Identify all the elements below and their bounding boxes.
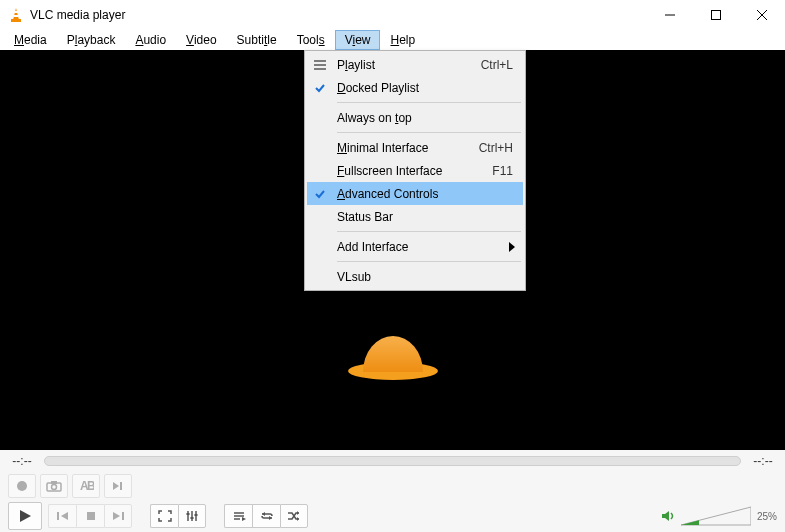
menu-media[interactable]: Media	[4, 30, 57, 50]
svg-marker-18	[113, 482, 119, 490]
extended-settings-button[interactable]	[178, 504, 206, 528]
svg-marker-35	[242, 517, 246, 521]
separator	[337, 261, 521, 262]
svg-rect-2	[14, 11, 18, 13]
menu-playlist[interactable]: Playlist Ctrl+L	[307, 53, 523, 76]
shuffle-button[interactable]	[280, 504, 308, 528]
menu-always-on-top[interactable]: Always on top	[307, 106, 523, 129]
menu-minimal-interface[interactable]: Minimal Interface Ctrl+H	[307, 136, 523, 159]
svg-rect-25	[122, 512, 124, 520]
menu-playback[interactable]: Playback	[57, 30, 126, 50]
menu-help[interactable]: Help	[380, 30, 425, 50]
menu-view[interactable]: View	[335, 30, 381, 50]
loop-button[interactable]	[252, 504, 280, 528]
svg-marker-40	[662, 511, 669, 521]
svg-marker-24	[113, 512, 120, 520]
record-button[interactable]	[8, 474, 36, 498]
svg-marker-20	[20, 510, 31, 522]
svg-rect-30	[191, 517, 194, 519]
menu-docked-playlist[interactable]: Docked Playlist	[307, 76, 523, 99]
seek-row: --:-- --:--	[0, 450, 785, 472]
check-icon	[314, 82, 326, 94]
menu-fullscreen-interface[interactable]: Fullscreen Interface F11	[307, 159, 523, 182]
svg-text:B: B	[87, 480, 94, 492]
previous-button[interactable]	[48, 504, 76, 528]
svg-marker-38	[297, 511, 299, 515]
svg-point-12	[17, 481, 27, 491]
fullscreen-button[interactable]	[150, 504, 178, 528]
svg-marker-0	[13, 8, 19, 20]
separator	[337, 102, 521, 103]
menu-video[interactable]: Video	[176, 30, 226, 50]
time-total: --:--	[749, 454, 777, 468]
bottom-bar: --:-- --:-- AB	[0, 450, 785, 532]
titlebar: VLC media player	[0, 0, 785, 30]
menu-add-interface[interactable]: Add Interface	[307, 235, 523, 258]
svg-rect-1	[11, 19, 21, 22]
separator	[337, 231, 521, 232]
svg-rect-31	[195, 514, 198, 516]
svg-marker-39	[297, 517, 299, 521]
window-title: VLC media player	[30, 8, 125, 22]
svg-rect-5	[712, 11, 721, 20]
next-button[interactable]	[104, 504, 132, 528]
menu-status-bar[interactable]: Status Bar	[307, 205, 523, 228]
separator	[337, 132, 521, 133]
loop-ab-button[interactable]: AB	[72, 474, 100, 498]
menu-advanced-controls[interactable]: Advanced Controls	[307, 182, 523, 205]
svg-marker-22	[61, 512, 68, 520]
main-controls-row: 25%	[0, 500, 785, 532]
app-icon	[8, 7, 24, 23]
svg-marker-11	[509, 242, 515, 252]
advanced-controls-row: AB	[0, 472, 785, 500]
close-button[interactable]	[739, 0, 785, 30]
menu-audio[interactable]: Audio	[125, 30, 176, 50]
vlc-cone-logo	[340, 320, 445, 380]
svg-rect-21	[57, 512, 59, 520]
svg-rect-29	[187, 513, 190, 515]
speaker-icon[interactable]	[661, 509, 675, 523]
snapshot-button[interactable]	[40, 474, 68, 498]
playlist-icon	[313, 59, 327, 71]
time-elapsed: --:--	[8, 454, 36, 468]
svg-point-14	[52, 485, 57, 490]
svg-marker-37	[269, 516, 272, 520]
svg-rect-3	[13, 15, 18, 17]
submenu-arrow-icon	[509, 242, 515, 252]
svg-marker-36	[262, 512, 265, 516]
svg-rect-19	[120, 482, 122, 490]
maximize-button[interactable]	[693, 0, 739, 30]
stop-button[interactable]	[76, 504, 104, 528]
frame-step-button[interactable]	[104, 474, 132, 498]
check-icon	[314, 188, 326, 200]
playlist-button[interactable]	[224, 504, 252, 528]
seek-slider[interactable]	[44, 456, 741, 466]
menu-subtitle[interactable]: Subtitle	[227, 30, 287, 50]
menubar: Media Playback Audio Video Subtitle Tool…	[0, 30, 785, 50]
play-button[interactable]	[8, 502, 42, 530]
menu-vlsub[interactable]: VLsub	[307, 265, 523, 288]
volume-slider[interactable]	[681, 505, 751, 527]
volume-percent: 25%	[757, 511, 777, 522]
svg-rect-23	[87, 512, 95, 520]
svg-rect-15	[51, 481, 57, 484]
menu-tools[interactable]: Tools	[287, 30, 335, 50]
view-menu-dropdown: Playlist Ctrl+L Docked Playlist Always o…	[304, 50, 526, 291]
minimize-button[interactable]	[647, 0, 693, 30]
